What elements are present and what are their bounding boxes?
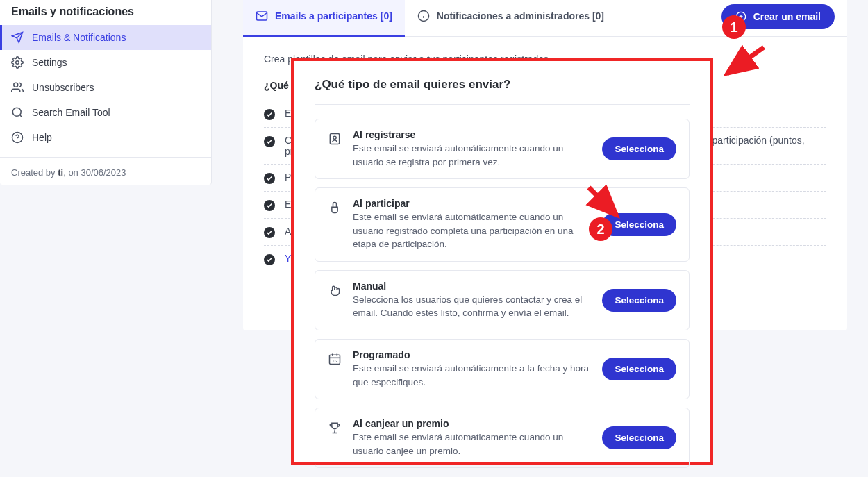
option-desc: Este email se enviará automáticamente cu… — [353, 142, 591, 169]
svg-point-2 — [12, 108, 21, 116]
option-title: Manual — [353, 281, 591, 292]
users-icon — [11, 81, 24, 94]
prize-icon — [328, 419, 342, 435]
option-title: Programado — [353, 349, 591, 360]
check-icon — [264, 254, 275, 265]
svg-text:03: 03 — [333, 359, 337, 363]
tabs-row: Emails a participantes [0] Notificacione… — [243, 0, 847, 37]
svg-line-3 — [19, 115, 22, 117]
tab-participants[interactable]: Emails a participantes [0] — [243, 0, 405, 37]
tab-admins[interactable]: Notificaciones a administradores [0] — [405, 0, 617, 37]
sidebar-item-label: Unsubscribers — [32, 82, 94, 93]
participate-icon — [328, 199, 342, 215]
svg-point-1 — [14, 83, 18, 87]
help-icon — [11, 131, 24, 144]
check-icon — [264, 173, 275, 184]
sidebar-item-label: Search Email Tool — [32, 107, 110, 118]
select-button-manual[interactable]: Selecciona — [602, 289, 676, 312]
option-redeem-prize: Al canjear un premio Este email se envia… — [315, 408, 690, 468]
sidebar-item-help[interactable]: Help — [0, 125, 211, 150]
option-desc: Este email se enviará automaticamente cu… — [353, 430, 591, 458]
option-title: Al canjear un premio — [353, 418, 591, 429]
select-button-register[interactable]: Selecciona — [602, 137, 676, 160]
option-desc: Selecciona los usuarios que quieres cont… — [353, 293, 591, 320]
sidebar-meta: Created by ti, on 30/06/2023 — [0, 157, 211, 187]
svg-point-0 — [16, 61, 19, 65]
check-icon — [264, 200, 275, 211]
option-desc: Este email se enviará automáticamente cu… — [353, 210, 591, 251]
select-button-prize[interactable]: Selecciona — [602, 426, 676, 449]
svg-line-23 — [589, 187, 617, 215]
sidebar: Emails y notificaciones Emails & Notific… — [0, 0, 212, 185]
option-title: Al registrarse — [353, 129, 591, 140]
svg-line-21 — [727, 47, 764, 74]
modal-title: ¿Qué tipo de email quieres enviar? — [315, 78, 690, 105]
register-icon — [328, 131, 342, 146]
option-scheduled: 03 Programado Este email se enviará auto… — [315, 339, 690, 399]
sidebar-item-search-email[interactable]: Search Email Tool — [0, 100, 211, 125]
search-icon — [11, 106, 24, 119]
sidebar-item-unsubscribers[interactable]: Unsubscribers — [0, 75, 211, 100]
gear-icon — [11, 56, 24, 69]
send-icon — [11, 31, 24, 44]
button-label: Crear un email — [753, 11, 821, 22]
sidebar-item-label: Settings — [32, 57, 67, 68]
annotation-badge-2: 2 — [589, 217, 612, 241]
sidebar-title: Emails y notificaciones — [0, 0, 211, 25]
option-manual: Manual Selecciona los usuarios que quier… — [315, 270, 690, 330]
info-icon — [417, 10, 430, 22]
select-button-scheduled[interactable]: Selecciona — [602, 358, 676, 380]
sidebar-item-emails-notifications[interactable]: Emails & Notifications — [0, 25, 211, 50]
tab-label: Notificaciones a administradores [0] — [437, 10, 604, 22]
manual-icon — [328, 282, 342, 297]
option-on-participate: Al participar Este email se enviará auto… — [315, 187, 690, 262]
mail-icon — [256, 10, 268, 22]
sidebar-item-settings[interactable]: Settings — [0, 50, 211, 75]
option-desc: Este email se enviará automáticamente a … — [353, 362, 591, 389]
option-title: Al participar — [353, 198, 591, 209]
check-icon — [264, 136, 275, 147]
check-icon — [264, 109, 275, 120]
sidebar-item-label: Help — [32, 132, 52, 143]
tab-label: Emails a participantes [0] — [275, 10, 392, 22]
email-type-modal: ¿Qué tipo de email quieres enviar? Al re… — [291, 58, 713, 465]
check-icon — [264, 227, 275, 238]
annotation-arrow-1 — [719, 40, 767, 82]
annotation-badge-1: 1 — [722, 15, 746, 39]
sidebar-item-label: Emails & Notifications — [32, 32, 126, 43]
svg-point-14 — [333, 136, 336, 139]
option-on-register: Al registrarse Este email se enviará aut… — [315, 119, 690, 179]
calendar-icon: 03 — [328, 351, 342, 366]
